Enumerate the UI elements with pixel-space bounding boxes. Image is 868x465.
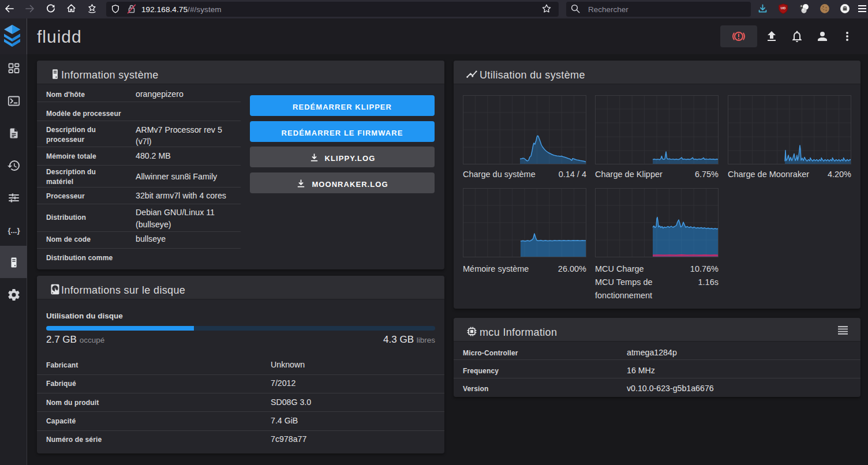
svg-text:{...}: {...} [8, 226, 20, 235]
svg-text:UO: UO [781, 6, 786, 10]
